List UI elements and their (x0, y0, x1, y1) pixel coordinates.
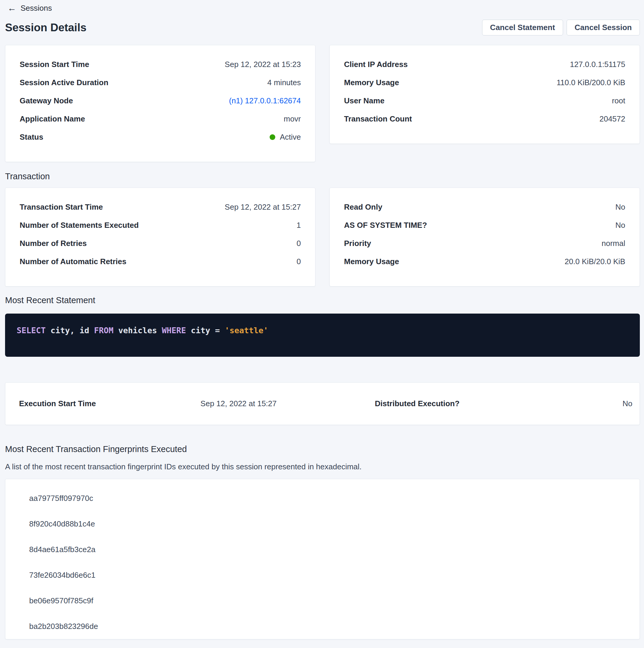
detail-row-session-active-duration: Session Active Duration 4 minutes (20, 73, 301, 92)
back-link-label: Sessions (20, 3, 52, 13)
most-recent-statement-heading: Most Recent Statement (5, 295, 640, 305)
row-value: normal (602, 239, 625, 248)
session-info-card-left: Session Start Time Sep 12, 2022 at 15:23… (5, 45, 315, 162)
page-title: Session Details (5, 21, 86, 34)
row-label: Status (20, 132, 43, 142)
row-label: Memory Usage (344, 257, 399, 266)
row-value: movr (284, 114, 301, 123)
sql-token: vehicles (118, 326, 162, 335)
back-link[interactable]: ← Sessions (5, 2, 52, 13)
detail-row-statements-executed: Number of Statements Executed 1 (20, 216, 301, 234)
row-value: Sep 12, 2022 at 15:27 (200, 399, 277, 408)
title-row: Session Details Cancel Statement Cancel … (5, 20, 640, 36)
detail-row-status: Status Active (20, 128, 301, 146)
detail-row-transaction-start-time: Transaction Start Time Sep 12, 2022 at 1… (20, 198, 301, 216)
fingerprint-list-item: 8f920c40d88b1c4e (29, 511, 625, 537)
fingerprint-list-item: be06e9570f785c9f (29, 588, 625, 613)
detail-row-memory-usage: Memory Usage 110.0 KiB/200.0 KiB (344, 73, 625, 92)
sql-token: WHERE (162, 326, 191, 335)
row-label: Number of Automatic Retries (20, 257, 126, 266)
detail-row-as-of-system-time: AS OF SYSTEM TIME? No (344, 216, 625, 234)
row-label: Execution Start Time (19, 399, 96, 408)
row-value: 127.0.0.1:51175 (570, 60, 625, 69)
row-label: Client IP Address (344, 60, 408, 69)
row-value: 110.0 KiB/200.0 KiB (557, 78, 625, 87)
detail-row-transaction-count: Transaction Count 204572 (344, 110, 625, 128)
transaction-card-right: Read Only No AS OF SYSTEM TIME? No Prior… (330, 187, 640, 286)
row-value: Sep 12, 2022 at 15:27 (225, 203, 301, 212)
row-label: User Name (344, 96, 385, 105)
row-value: 20.0 KiB/20.0 KiB (565, 257, 625, 266)
transaction-card-left: Transaction Start Time Sep 12, 2022 at 1… (5, 187, 315, 286)
sql-statement-text: SELECT city, id FROM vehicles WHERE city… (17, 325, 628, 335)
row-value: 204572 (599, 114, 625, 123)
row-value: 0 (297, 257, 301, 266)
detail-row-user-name: User Name root (344, 92, 625, 110)
row-value: 0 (297, 239, 301, 248)
transaction-section-heading: Transaction (5, 171, 640, 181)
row-value: root (612, 96, 625, 105)
cancel-session-button[interactable]: Cancel Session (567, 20, 640, 36)
status-text: Active (280, 132, 301, 142)
detail-row-priority: Priority normal (344, 234, 625, 253)
row-value: 4 minutes (267, 78, 301, 87)
fingerprint-list-item: 8d4ae61a5fb3ce2a (29, 537, 625, 562)
status-active-dot-icon (270, 134, 275, 140)
detail-row-execution-start-time: Execution Start Time Sep 12, 2022 at 15:… (19, 399, 277, 408)
sql-statement-box: SELECT city, id FROM vehicles WHERE city… (5, 314, 640, 357)
cancel-statement-button[interactable]: Cancel Statement (482, 20, 563, 36)
row-label: Number of Retries (20, 239, 86, 248)
fingerprints-description: A list of the most recent transaction fi… (5, 462, 640, 471)
row-value: No (623, 399, 632, 408)
session-info-card-right: Client IP Address 127.0.0.1:51175 Memory… (330, 45, 640, 144)
row-value: No (616, 221, 625, 230)
action-buttons: Cancel Statement Cancel Session (482, 20, 640, 36)
row-label: Transaction Count (344, 114, 412, 123)
gateway-node-link[interactable]: (n1) 127.0.0.1:62674 (229, 96, 301, 105)
sql-token: FROM (94, 326, 118, 335)
fingerprints-section-heading: Most Recent Transaction Fingerprints Exe… (5, 444, 640, 454)
sql-token: 'seattle' (225, 326, 268, 335)
detail-row-application-name: Application Name movr (20, 110, 301, 128)
detail-row-retries: Number of Retries 0 (20, 234, 301, 253)
detail-row-distributed-execution: Distributed Execution? No (375, 399, 633, 408)
execution-card: Execution Start Time Sep 12, 2022 at 15:… (5, 382, 640, 425)
session-summary-cards: Session Start Time Sep 12, 2022 at 15:23… (5, 45, 640, 162)
fingerprints-card: aa79775ff097970c 8f920c40d88b1c4e 8d4ae6… (5, 479, 640, 639)
sql-token: city = (191, 326, 225, 335)
row-label: Transaction Start Time (20, 203, 103, 212)
row-value: 1 (297, 221, 301, 230)
back-arrow-icon: ← (7, 3, 16, 13)
row-label: AS OF SYSTEM TIME? (344, 221, 427, 230)
status-badge: Active (270, 132, 301, 142)
row-label: Session Start Time (20, 60, 89, 69)
fingerprint-list-item: 73fe26034bd6e6c1 (29, 562, 625, 588)
row-label: Number of Statements Executed (20, 221, 139, 230)
row-label: Gateway Node (20, 96, 73, 105)
row-label: Distributed Execution? (375, 399, 460, 408)
detail-row-txn-memory-usage: Memory Usage 20.0 KiB/20.0 KiB (344, 253, 625, 271)
detail-row-automatic-retries: Number of Automatic Retries 0 (20, 253, 301, 271)
row-label: Memory Usage (344, 78, 399, 87)
sql-token: city, id (51, 326, 94, 335)
row-value: Sep 12, 2022 at 15:23 (225, 60, 301, 69)
row-label: Application Name (20, 114, 85, 123)
detail-row-client-ip: Client IP Address 127.0.0.1:51175 (344, 55, 625, 73)
sql-token: SELECT (17, 326, 51, 335)
session-details-page: ← Sessions Session Details Cancel Statem… (0, 0, 644, 639)
transaction-cards: Transaction Start Time Sep 12, 2022 at 1… (5, 187, 640, 286)
row-label: Priority (344, 239, 371, 248)
detail-row-read-only: Read Only No (344, 198, 625, 216)
detail-row-session-start-time: Session Start Time Sep 12, 2022 at 15:23 (20, 55, 301, 73)
row-label: Read Only (344, 203, 383, 212)
row-value: No (616, 203, 625, 212)
fingerprint-list-item: aa79775ff097970c (29, 485, 625, 511)
fingerprint-list-item: ba2b203b823296de (29, 613, 625, 639)
row-label: Session Active Duration (20, 78, 108, 87)
detail-row-gateway-node: Gateway Node (n1) 127.0.0.1:62674 (20, 92, 301, 110)
